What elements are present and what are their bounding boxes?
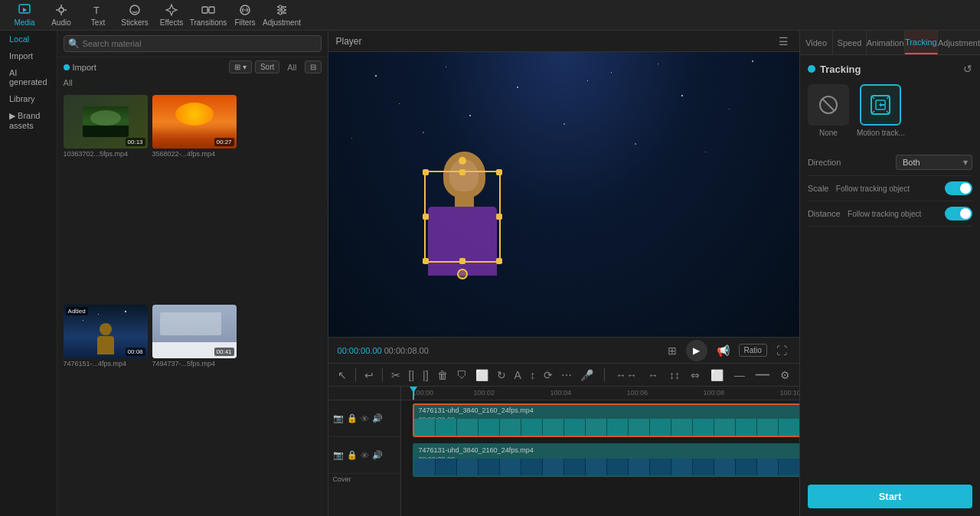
track-1-lock[interactable]: 🔒 bbox=[347, 413, 358, 423]
search-input[interactable] bbox=[64, 35, 322, 52]
sidebar-item-library[interactable]: Library bbox=[0, 90, 57, 107]
svg-rect-6 bbox=[209, 7, 214, 13]
distance-toggle[interactable] bbox=[945, 207, 972, 220]
tool-transitions[interactable]: Transitions bbox=[190, 2, 227, 29]
current-time: 00:00:00.00 bbox=[338, 346, 382, 355]
media-thumb-1[interactable]: 00:13 10363702...5fps.mp4 bbox=[64, 95, 148, 300]
more-btn[interactable]: ⋯ bbox=[558, 367, 575, 383]
track-2-camera: 📷 bbox=[333, 450, 344, 460]
tool-adjustment[interactable]: Adjustment bbox=[263, 2, 300, 29]
scale-toggle[interactable] bbox=[945, 181, 972, 195]
tracking-title-row: Tracking bbox=[808, 64, 861, 75]
ruler-3: 100:06 bbox=[627, 389, 648, 397]
svg-rect-5 bbox=[202, 7, 207, 13]
track-option-motion[interactable]: Motion track... bbox=[857, 84, 905, 137]
trim-end-btn[interactable]: |] bbox=[420, 367, 432, 383]
svg-point-9 bbox=[282, 8, 285, 11]
tool-text[interactable]: T Text bbox=[80, 2, 116, 29]
track-2-audio[interactable]: 🔊 bbox=[372, 450, 383, 460]
sidebar-item-ai[interactable]: AI generated bbox=[0, 64, 57, 90]
media-thumb-3[interactable]: Added 00:08 7476151-...4fps.mp4 bbox=[64, 305, 148, 510]
svg-point-10 bbox=[279, 11, 282, 15]
tracking-dot bbox=[808, 65, 815, 73]
tl-ctrl2[interactable]: ↔ bbox=[645, 367, 662, 383]
tab-speed[interactable]: Speed bbox=[833, 31, 866, 54]
play-button[interactable]: ▶ bbox=[686, 340, 707, 361]
track-option-motion-label: Motion track... bbox=[857, 129, 905, 137]
cover-label: Cover bbox=[328, 474, 400, 485]
sep1 bbox=[355, 368, 356, 382]
grid-overlay-icon[interactable]: ⊞ bbox=[665, 343, 680, 358]
start-button[interactable]: Start bbox=[808, 485, 972, 508]
sidebar-item-local[interactable]: Local bbox=[0, 31, 57, 47]
media-thumb-4[interactable]: 00:41 7494737-...5fps.mp4 bbox=[152, 305, 237, 510]
tool-audio[interactable]: Audio bbox=[43, 2, 80, 29]
crop-btn[interactable]: ⬜ bbox=[472, 367, 492, 383]
playhead[interactable] bbox=[413, 387, 414, 400]
tab-animation[interactable]: Animation bbox=[867, 31, 905, 54]
track-2-label: 📷 🔒 👁 🔊 bbox=[328, 437, 400, 474]
split-btn[interactable]: ✂ bbox=[388, 367, 403, 383]
text-tl-btn[interactable]: A bbox=[511, 367, 524, 383]
select-tool[interactable]: ↖ bbox=[335, 367, 350, 383]
tool-stickers[interactable]: Stickers bbox=[116, 2, 153, 29]
import-button[interactable]: Import bbox=[64, 63, 96, 72]
track-option-none-box[interactable] bbox=[808, 84, 849, 126]
reset-icon[interactable]: ↺ bbox=[963, 63, 972, 75]
direction-label: Direction bbox=[808, 158, 841, 167]
player-menu-icon[interactable]: ☰ bbox=[776, 34, 792, 49]
import-row: Import ⊞ ▾ Sort All ⊟ bbox=[57, 57, 328, 77]
tl-ctrl6[interactable]: — bbox=[731, 367, 748, 383]
zoom-ctrl[interactable]: ━━━ bbox=[753, 369, 773, 380]
undo-btn[interactable]: ↩ bbox=[361, 367, 377, 383]
tl-settings[interactable]: ⚙ bbox=[777, 367, 793, 383]
scale-label: Scale bbox=[808, 184, 829, 193]
tl-ctrl3[interactable]: ↕↕ bbox=[666, 367, 683, 383]
delete-btn[interactable]: 🗑 bbox=[434, 367, 451, 383]
mic-btn[interactable]: 🎤 bbox=[577, 367, 596, 383]
arrow-tl-btn[interactable]: ↕ bbox=[527, 367, 538, 383]
direction-row: Direction Both Horizontal Vertical bbox=[808, 149, 972, 176]
tab-tracking[interactable]: Tracking bbox=[905, 31, 938, 54]
scale-value: Follow tracking object bbox=[836, 185, 910, 193]
speaker-icon[interactable]: 📢 bbox=[714, 343, 733, 358]
left-sidebar: Local Import AI generated Library ▶ Bran… bbox=[0, 31, 57, 516]
tracking-title: Tracking bbox=[820, 64, 861, 75]
center-column: Player ☰ bbox=[328, 31, 799, 516]
timeline-tracks[interactable]: 100:00 100:02 100:04 100:06 100:08 100:1… bbox=[401, 387, 799, 516]
track-2-clip[interactable]: 7476131-uhd_3840_2160_24fps.mp4 00:00:08… bbox=[413, 443, 799, 480]
sidebar-item-brand[interactable]: ▶ Brand assets bbox=[0, 107, 57, 134]
filter-button[interactable]: ⊟ bbox=[305, 60, 322, 73]
tl-ctrl5[interactable]: ⬜ bbox=[707, 367, 727, 383]
loop-btn[interactable]: ↻ bbox=[494, 367, 509, 383]
track-2-eye[interactable]: 👁 bbox=[361, 451, 369, 460]
direction-select[interactable]: Both Horizontal Vertical bbox=[896, 155, 972, 170]
sort-button[interactable]: Sort bbox=[255, 60, 279, 73]
direction-select-wrap[interactable]: Both Horizontal Vertical bbox=[896, 155, 972, 170]
grid-view-button[interactable]: ⊞ ▾ bbox=[229, 60, 252, 73]
track-1-clip[interactable]: 7476131-uhd_3840_2160_24fps.mp4 00:00:08… bbox=[413, 403, 799, 440]
shield-btn[interactable]: ⛉ bbox=[453, 367, 470, 383]
svg-marker-1 bbox=[23, 8, 27, 12]
tracking-header: Tracking ↺ bbox=[808, 63, 972, 75]
fullscreen-icon[interactable]: ⛶ bbox=[773, 343, 790, 358]
tool-media[interactable]: Media bbox=[6, 2, 43, 29]
ratio-button[interactable]: Ratio bbox=[739, 344, 767, 357]
tab-adjustment[interactable]: Adjustment bbox=[938, 31, 980, 54]
tool-effects[interactable]: Effects bbox=[153, 2, 190, 29]
track-option-motion-box[interactable] bbox=[860, 84, 901, 126]
media-thumb-2[interactable]: 00:27 3568022-...4fps.mp4 bbox=[152, 95, 237, 300]
trim-start-btn[interactable]: [| bbox=[406, 367, 418, 383]
tool-filters[interactable]: Filters bbox=[227, 2, 263, 29]
ruler-2: 100:04 bbox=[550, 389, 572, 397]
tl-ctrl1[interactable]: ↔↔ bbox=[612, 367, 640, 383]
ruler-spacer bbox=[328, 387, 400, 400]
track-1-eye[interactable]: 👁 bbox=[361, 414, 369, 423]
tl-ctrl4[interactable]: ⇔ bbox=[688, 367, 703, 383]
track-option-none[interactable]: None bbox=[808, 84, 849, 137]
rotate-btn[interactable]: ⟳ bbox=[541, 367, 556, 383]
sidebar-item-import[interactable]: Import bbox=[0, 47, 57, 64]
tab-video[interactable]: Video bbox=[800, 31, 833, 54]
track-2-lock[interactable]: 🔒 bbox=[347, 450, 358, 460]
track-1-audio[interactable]: 🔊 bbox=[372, 413, 383, 423]
